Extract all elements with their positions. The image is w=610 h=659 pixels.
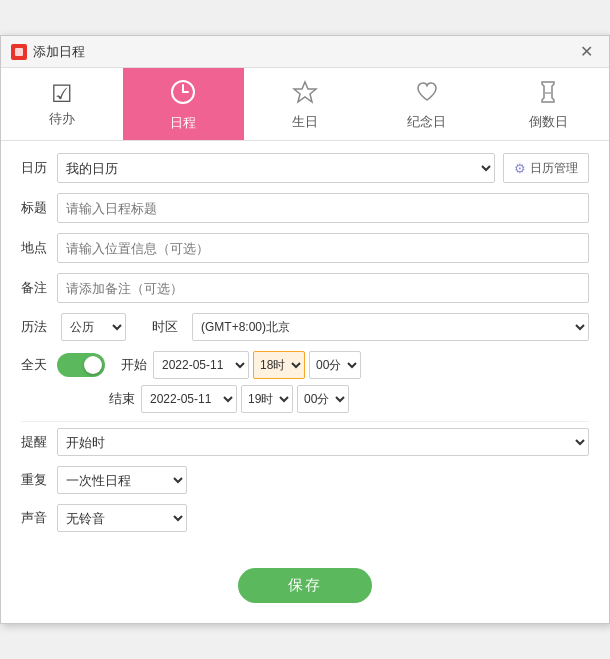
tab-anniversary-label: 纪念日	[407, 113, 446, 131]
birthday-icon	[292, 79, 318, 109]
gear-icon: ⚙	[514, 161, 526, 176]
start-hour-select[interactable]: 18时	[253, 351, 305, 379]
start-minute-select[interactable]: 00分	[309, 351, 361, 379]
timezone-select[interactable]: (GMT+8:00)北京	[192, 313, 589, 341]
anniversary-icon	[414, 79, 440, 109]
allday-row: 全天 开始 2022-05-11 18时 00分	[21, 351, 589, 379]
title-row: 标题	[21, 193, 589, 223]
svg-marker-4	[294, 82, 316, 102]
tab-todo[interactable]: ☑ 待办	[1, 68, 123, 140]
app-icon	[11, 44, 27, 60]
manage-label: 日历管理	[530, 160, 578, 177]
close-button[interactable]: ✕	[574, 40, 599, 63]
manage-calendar-button[interactable]: ⚙ 日历管理	[503, 153, 589, 183]
location-label: 地点	[21, 239, 57, 257]
repeat-row: 重复 一次性日程	[21, 466, 589, 494]
tabs-container: ☑ 待办 日程 生日	[1, 68, 609, 141]
timezone-label: 时区	[152, 318, 178, 336]
allday-toggle[interactable]	[57, 353, 105, 377]
title-bar-left: 添加日程	[11, 43, 85, 61]
calendar-row: 日历 我的日历 ⚙ 日历管理	[21, 153, 589, 183]
repeat-select[interactable]: 一次性日程	[57, 466, 187, 494]
calendar-sys-label: 历法	[21, 318, 47, 336]
schedule-icon	[169, 78, 197, 110]
calendar-select[interactable]: 我的日历	[57, 153, 495, 183]
main-window: 添加日程 ✕ ☑ 待办 日程 生日	[0, 35, 610, 624]
toggle-track[interactable]	[57, 353, 105, 377]
end-label: 结束	[109, 390, 135, 408]
end-row: 结束 2022-05-11 19时 00分	[21, 385, 589, 413]
start-label: 开始	[121, 356, 147, 374]
countdown-icon	[535, 79, 561, 109]
end-minute-select[interactable]: 00分	[297, 385, 349, 413]
form-area: 日历 我的日历 ⚙ 日历管理 标题 地点 备注	[1, 141, 609, 558]
end-hour-select[interactable]: 19时	[241, 385, 293, 413]
svg-rect-0	[15, 48, 23, 56]
notes-input[interactable]	[57, 273, 589, 303]
tab-countdown[interactable]: 倒数日	[487, 68, 609, 140]
title-label: 标题	[21, 199, 57, 217]
location-input[interactable]	[57, 233, 589, 263]
repeat-label: 重复	[21, 471, 57, 489]
tab-countdown-label: 倒数日	[529, 113, 568, 131]
calendar-sys-select[interactable]: 公历	[61, 313, 126, 341]
title-bar: 添加日程 ✕	[1, 36, 609, 68]
tab-schedule-label: 日程	[170, 114, 196, 132]
tab-birthday-label: 生日	[292, 113, 318, 131]
notes-label: 备注	[21, 279, 57, 297]
location-row: 地点	[21, 233, 589, 263]
remind-label: 提醒	[21, 433, 57, 451]
separator-1	[21, 421, 589, 422]
sound-label: 声音	[21, 509, 57, 527]
tab-birthday[interactable]: 生日	[244, 68, 366, 140]
allday-label: 全天	[21, 356, 57, 374]
todo-icon: ☑	[51, 82, 73, 106]
toggle-thumb	[84, 356, 102, 374]
window-title: 添加日程	[33, 43, 85, 61]
notes-row: 备注	[21, 273, 589, 303]
save-button[interactable]: 保存	[238, 568, 372, 603]
tab-schedule[interactable]: 日程	[123, 68, 245, 140]
tab-todo-label: 待办	[49, 110, 75, 128]
calendar-tz-row: 历法 公历 时区 (GMT+8:00)北京	[21, 313, 589, 341]
sound-row: 声音 无铃音	[21, 504, 589, 532]
save-area: 保存	[1, 558, 609, 623]
calendar-label: 日历	[21, 159, 57, 177]
tab-anniversary[interactable]: 纪念日	[366, 68, 488, 140]
end-date-select[interactable]: 2022-05-11	[141, 385, 237, 413]
sound-select[interactable]: 无铃音	[57, 504, 187, 532]
title-input[interactable]	[57, 193, 589, 223]
remind-select[interactable]: 开始时	[57, 428, 589, 456]
remind-row: 提醒 开始时	[21, 428, 589, 456]
start-date-select[interactable]: 2022-05-11	[153, 351, 249, 379]
